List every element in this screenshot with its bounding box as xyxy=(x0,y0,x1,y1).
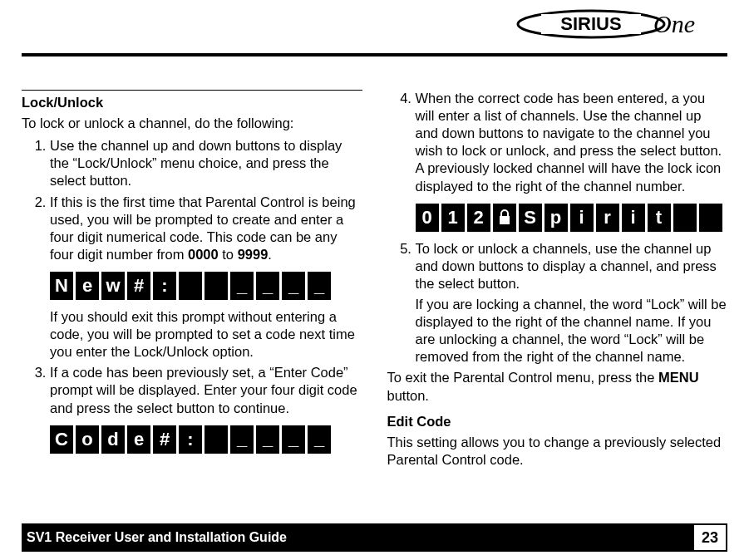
lcd-cell: C xyxy=(50,425,73,454)
steps-list-cont: When the correct code has been entered, … xyxy=(387,90,728,366)
lcd-cell: i xyxy=(570,204,594,232)
lcd-cell: i xyxy=(622,204,645,232)
step-2-text-e: . xyxy=(268,247,272,262)
step-3: If a code has been previously set, a “En… xyxy=(50,364,362,453)
lcd-cell: 1 xyxy=(441,204,465,232)
left-column: Lock/Unlock To lock or unlock a channel,… xyxy=(22,90,362,510)
step-2-code-max: 9999 xyxy=(238,247,269,262)
svg-text:One: One xyxy=(653,10,695,37)
step-4: When the correct code has been entered, … xyxy=(416,90,728,232)
step-2-note: If you should exit this prompt without e… xyxy=(50,308,362,361)
lcd-cell: d xyxy=(101,425,125,454)
manual-page: SIRIUS One Lock/Unlock To lock or unlock… xyxy=(0,0,749,560)
lcd-cell xyxy=(179,272,202,300)
lcd-cell: 0 xyxy=(416,204,439,232)
section-heading-edit: Edit Code xyxy=(387,413,728,430)
lcd-cell: S xyxy=(519,204,542,232)
content-columns: Lock/Unlock To lock or unlock a channel,… xyxy=(22,90,727,510)
lcd-cell: _ xyxy=(282,272,305,300)
lcd-cell xyxy=(673,204,697,232)
lcd-cell: _ xyxy=(282,425,305,454)
lcd-cell: o xyxy=(76,425,99,454)
lcd-cell: _ xyxy=(256,425,279,454)
lcd-cell: 2 xyxy=(467,204,490,232)
step-3-text: If a code has been previously set, a “En… xyxy=(50,365,357,415)
lcd-cell xyxy=(699,204,722,232)
svg-text:SIRIUS: SIRIUS xyxy=(560,13,621,34)
footer-title: SV1 Receiver User and Installation Guide xyxy=(27,530,287,545)
lcd-enter-code: Code#:____ xyxy=(50,425,362,454)
lcd-cell: r xyxy=(596,204,619,232)
lcd-cell xyxy=(204,425,228,454)
intro-text: To lock or unlock a channel, do the foll… xyxy=(22,115,362,132)
lcd-cell-lock-icon xyxy=(493,204,516,232)
step-2: If this is the first time that Parental … xyxy=(50,194,362,361)
lcd-cell: _ xyxy=(308,272,331,300)
edit-code-body: This setting allows you to change a prev… xyxy=(387,434,728,469)
exit-text-a: To exit the Parental Control menu, press… xyxy=(387,370,659,385)
exit-text-c: button. xyxy=(387,388,429,403)
lcd-cell xyxy=(204,272,228,300)
step-4-text: When the correct code has been entered, … xyxy=(416,91,722,194)
lcd-cell: _ xyxy=(256,272,279,300)
lcd-cell: _ xyxy=(308,425,331,454)
page-number: 23 xyxy=(694,525,726,550)
step-5-text-a: To lock or unlock a channels, use the ch… xyxy=(416,241,717,291)
footer-bar: SV1 Receiver User and Installation Guide… xyxy=(22,523,727,552)
step-5-text-b: If you are locking a channel, the word “… xyxy=(416,296,728,366)
step-2-code-min: 0000 xyxy=(188,247,219,262)
brand-logo: SIRIUS One xyxy=(516,5,699,43)
lcd-new-code: New#:____ xyxy=(50,272,362,300)
step-5: To lock or unlock a channels, use the ch… xyxy=(416,240,728,366)
lcd-cell: e xyxy=(127,425,150,454)
section-heading-lock: Lock/Unlock xyxy=(22,94,362,111)
lcd-cell: t xyxy=(648,204,671,232)
step-1: Use the channel up and down buttons to d… xyxy=(50,137,362,189)
lcd-channel-locked: 012Spirit xyxy=(416,204,728,232)
svg-rect-4 xyxy=(500,216,510,224)
exit-instruction: To exit the Parental Control menu, press… xyxy=(387,369,728,404)
section-rule xyxy=(22,90,362,91)
top-rule xyxy=(22,53,727,56)
lcd-cell: : xyxy=(179,425,202,454)
lcd-cell: : xyxy=(153,272,176,300)
lcd-cell: # xyxy=(127,272,150,300)
lcd-cell: # xyxy=(153,425,176,454)
lcd-cell: _ xyxy=(230,425,254,454)
lcd-cell: w xyxy=(101,272,125,300)
lcd-cell: e xyxy=(76,272,99,300)
steps-list: Use the channel up and down buttons to d… xyxy=(22,137,362,453)
lcd-cell: p xyxy=(545,204,568,232)
step-2-text-c: to xyxy=(219,247,238,262)
lcd-cell: N xyxy=(50,272,73,300)
right-column: When the correct code has been entered, … xyxy=(387,90,728,510)
exit-menu-label: MENU xyxy=(658,370,699,385)
lcd-cell: _ xyxy=(230,272,254,300)
